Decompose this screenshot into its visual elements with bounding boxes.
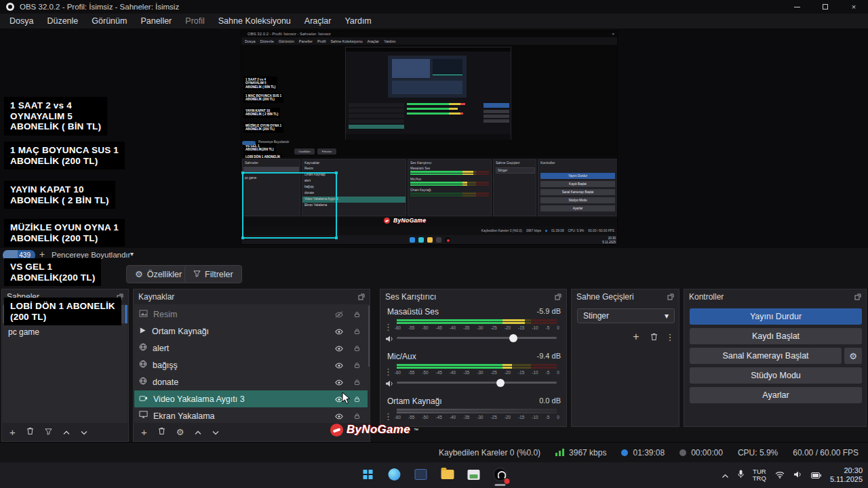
studio-mode-button[interactable]: Stüdyo Modu [690, 367, 862, 384]
audio-meter [397, 364, 557, 369]
add-scene-icon[interactable]: + [9, 427, 16, 437]
menu-araclar[interactable]: Araçlar [298, 14, 338, 28]
transitions-dock-header[interactable]: Sahne Geçişleri [572, 289, 679, 304]
source-row-bagis[interactable]: bağışş [134, 357, 368, 373]
menu-paneller[interactable]: Paneller [134, 14, 178, 28]
move-up-icon[interactable] [195, 426, 201, 438]
maximize-button[interactable] [811, 0, 840, 14]
sources-dock-header[interactable]: Kaynaklar [134, 289, 370, 304]
transition-select[interactable]: Stinger ▾ [577, 308, 675, 323]
generated-label: Araçlar [368, 39, 379, 43]
alert-overlay-3: YAYIN KAPAT 10ABONELİK ( 2 BİN TL) [4, 181, 115, 209]
sources-scrollbar[interactable] [368, 306, 370, 367]
menu-dosya[interactable]: Dosya [3, 14, 40, 28]
app-window-icon[interactable] [411, 464, 431, 485]
menu-yardim[interactable]: Yardım [338, 14, 378, 28]
generated-label: -55 [408, 415, 414, 420]
volume-slider[interactable] [397, 337, 557, 339]
scenes-scrollbar[interactable] [125, 305, 127, 323]
move-down-icon[interactable] [81, 426, 87, 438]
scene-row[interactable]: pc game [3, 325, 124, 340]
popout-icon[interactable] [358, 293, 365, 300]
tray-chevron-up-icon[interactable] [722, 469, 729, 481]
stop-streaming-button[interactable]: Yayını Durdur [690, 308, 862, 325]
menu-duzenle[interactable]: Düzenle [40, 14, 85, 28]
volume-handle[interactable] [496, 379, 505, 387]
lock-icon[interactable] [351, 310, 363, 319]
generated-label [410, 184, 467, 186]
source-row-ekran-yakalama[interactable]: Ekran Yakalama [134, 407, 368, 424]
source-properties-gear-icon[interactable]: ⚙ [176, 427, 184, 437]
obs-taskbar-icon[interactable] [490, 464, 511, 485]
source-row-resim[interactable]: Resim [134, 306, 368, 323]
speaker-icon[interactable] [385, 333, 394, 346]
source-row-ortam-kaynagi[interactable]: Ortam Kaynağı [134, 323, 368, 340]
menu-gorunum[interactable]: Görünüm [85, 14, 134, 28]
filters-button[interactable]: Filtreler [184, 265, 242, 283]
generated-label: -15 [518, 415, 524, 420]
clock[interactable]: 20:305.11.2025 [830, 466, 863, 484]
volume-handle[interactable] [509, 334, 517, 342]
mic-icon[interactable] [738, 469, 744, 481]
remove-scene-icon[interactable] [26, 426, 34, 438]
mixer-dock-header[interactable]: Ses Karıştırıcı [380, 289, 566, 304]
photos-app-icon[interactable] [464, 464, 484, 485]
eye-icon[interactable] [333, 327, 345, 336]
audio-meter [397, 409, 557, 414]
lock-icon[interactable] [351, 344, 363, 352]
menu-sahne-koleksiyonu[interactable]: Sahne Koleksiyonu [212, 14, 298, 28]
popout-icon[interactable] [854, 293, 861, 300]
lock-icon[interactable] [351, 327, 363, 336]
eye-icon[interactable] [333, 361, 345, 369]
settings-button[interactable]: Ayarlar [690, 387, 862, 403]
controls-dock-header[interactable]: Kontroller [684, 289, 866, 304]
scale-mode-caret-icon[interactable]: ▾ [130, 250, 134, 258]
add-transition-icon[interactable]: + [629, 330, 644, 344]
remove-source-icon[interactable] [158, 426, 165, 438]
file-explorer-icon[interactable] [437, 464, 458, 485]
language-indicator[interactable]: TURTRQ [753, 468, 766, 482]
close-button[interactable]: × [840, 0, 868, 14]
menu-profil[interactable]: Profil [178, 14, 211, 28]
hidden-eye-icon[interactable] [333, 310, 345, 319]
generated-label: Profil [317, 39, 326, 43]
eye-icon[interactable] [333, 378, 345, 386]
window-titlebar[interactable]: OBS 32.0.2 - Profil: İsimsiz - Sahneler:… [0, 0, 868, 14]
bitrate: 3967 kbps [569, 448, 606, 458]
volume-slider[interactable] [397, 382, 557, 384]
popout-icon[interactable] [667, 293, 674, 300]
minimize-button[interactable] [783, 0, 811, 14]
start-recording-button[interactable]: Kaydı Başlat [690, 328, 862, 344]
popout-icon[interactable] [555, 293, 561, 300]
channel-menu-icon[interactable]: ⋮ [384, 411, 393, 422]
generated-label: Sanal Kamerayı Başlat [540, 189, 615, 195]
screen-capture-source-preview[interactable]: OBS 32.0.2 - Profil: İsimsiz - Sahneler:… [241, 30, 618, 245]
source-row-video-yakalama[interactable]: Video Yakalama Aygıtı 3 [134, 390, 368, 407]
properties-button[interactable]: ⚙ Özellikler [126, 265, 191, 283]
eye-icon[interactable] [333, 344, 345, 352]
lock-icon[interactable] [351, 378, 363, 386]
start-button[interactable] [358, 464, 378, 485]
transition-properties-icon[interactable]: ⋮ [663, 330, 677, 344]
lock-icon[interactable] [351, 395, 363, 403]
speaker-icon[interactable] [385, 378, 394, 390]
start-virtual-camera-button[interactable]: Sanal Kamerayı Başlat [690, 348, 842, 364]
channel-menu-icon[interactable]: ⋮ [384, 322, 393, 332]
move-up-icon[interactable] [63, 426, 70, 438]
source-row-donate[interactable]: donate [134, 373, 368, 390]
remove-transition-icon[interactable] [646, 330, 661, 344]
move-down-icon[interactable] [212, 426, 219, 438]
source-selection-box[interactable] [242, 172, 337, 239]
volume-icon[interactable] [793, 469, 802, 481]
scene-filters-icon[interactable] [45, 426, 52, 438]
virtual-camera-gear-icon[interactable]: ⚙ [844, 348, 862, 364]
channel-menu-icon[interactable]: ⋮ [384, 367, 393, 377]
lock-icon[interactable] [351, 361, 363, 369]
lock-icon[interactable] [351, 412, 363, 420]
wifi-icon[interactable] [775, 469, 785, 481]
add-source-icon[interactable]: + [141, 427, 147, 437]
edge-icon[interactable] [384, 464, 405, 485]
battery-icon[interactable] [811, 469, 821, 481]
source-row-alert[interactable]: alert [134, 340, 368, 357]
eye-icon[interactable] [333, 412, 345, 420]
